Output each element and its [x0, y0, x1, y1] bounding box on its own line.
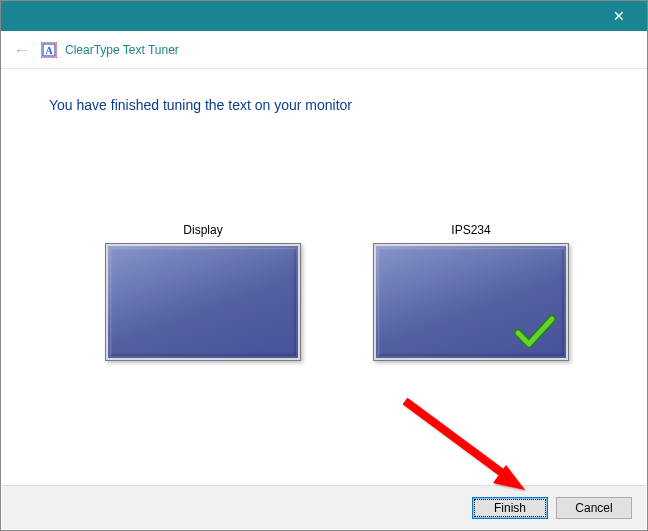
monitor-thumbnail-selected[interactable]: [373, 243, 569, 361]
cancel-button[interactable]: Cancel: [556, 497, 632, 519]
monitor-thumbnail[interactable]: [105, 243, 301, 361]
monitor-right-label: IPS234: [451, 223, 490, 237]
window-title: ClearType Text Tuner: [65, 43, 179, 57]
finish-button[interactable]: Finish: [472, 497, 548, 519]
content-area: You have finished tuning the text on you…: [1, 69, 647, 361]
svg-line-3: [405, 401, 505, 475]
titlebar: ✕: [1, 1, 647, 31]
app-icon: A: [41, 42, 57, 58]
page-headline: You have finished tuning the text on you…: [49, 97, 607, 113]
monitor-right: IPS234: [373, 223, 569, 361]
monitor-left-label: Display: [183, 223, 222, 237]
footer: Finish Cancel: [2, 485, 646, 529]
monitor-left: Display: [105, 223, 301, 361]
back-arrow-icon: ←: [11, 41, 37, 59]
close-icon[interactable]: ✕: [599, 1, 639, 31]
header: ← A ClearType Text Tuner: [1, 31, 647, 69]
svg-text:A: A: [45, 45, 53, 56]
checkmark-icon: [514, 313, 556, 354]
monitors-row: Display IPS234: [49, 223, 607, 361]
